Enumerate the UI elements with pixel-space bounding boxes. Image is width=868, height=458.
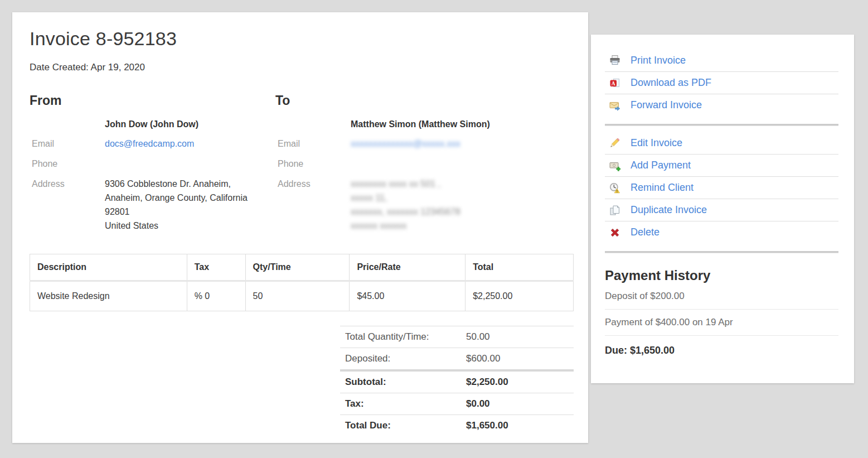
remind-client-button[interactable]: Remind Client (605, 176, 838, 199)
totals-summary: Total Quantity/Time: 50.00 Deposited: $6… (340, 326, 574, 436)
column-header-tax: Tax (187, 254, 245, 281)
action-label: Edit Invoice (631, 137, 682, 149)
to-address-line-blurred: xxxxxxxx xxxx xx 501 , (351, 179, 460, 190)
duplicate-pages-icon (609, 205, 622, 216)
group-divider (605, 251, 838, 253)
print-invoice-button[interactable]: Print Invoice (605, 49, 838, 71)
deposited-value: $600.00 (466, 353, 500, 364)
to-heading: To (275, 93, 574, 108)
subtotal-value: $2,250.00 (466, 377, 508, 388)
total-due-row: Total Due: $1,650.00 (340, 414, 574, 436)
action-label: Forward Invoice (631, 99, 702, 111)
to-email-label: Email (275, 138, 351, 150)
from-address-line: Anaheim, Orange County, California (105, 192, 248, 204)
from-email-link[interactable]: docs@freedcamp.com (105, 138, 194, 150)
to-address-line-blurred: xxxxxx xxxxxx (351, 220, 460, 232)
delete-x-icon (609, 227, 622, 238)
column-header-total: Total (465, 254, 574, 281)
forward-envelope-icon (609, 100, 622, 111)
tax-value: $0.00 (466, 398, 490, 409)
printer-icon (609, 55, 622, 66)
svg-text:A: A (612, 80, 615, 86)
pdf-icon: A (609, 78, 622, 89)
from-address-line: 9306 Cobblestone Dr. Anaheim, (105, 179, 248, 190)
payment-history-due: Due: $1,650.00 (605, 345, 838, 356)
item-qty-time: 50 (245, 281, 350, 311)
invoice-date-created: Date Created: Apr 19, 2020 (30, 62, 574, 73)
action-label: Duplicate Invoice (631, 204, 707, 216)
invoice-card: Invoice 8-952183 Date Created: Apr 19, 2… (12, 12, 588, 443)
add-payment-button[interactable]: Add Payment (605, 154, 838, 176)
column-header-qty-time: Qty/Time (245, 254, 350, 281)
delete-button[interactable]: Delete (605, 221, 838, 243)
item-price-rate: $45.00 (350, 281, 465, 311)
payment-history-heading: Payment History (605, 268, 838, 283)
from-heading: From (30, 93, 275, 108)
column-header-price-rate: Price/Rate (350, 254, 465, 281)
remind-clock-icon (609, 182, 622, 194)
action-label: Print Invoice (631, 55, 686, 66)
from-email-label: Email (30, 138, 105, 150)
column-header-description: Description (30, 254, 187, 281)
actions-panel: Print Invoice A Download as PDF Forward … (591, 35, 854, 383)
tax-label: Tax: (345, 398, 466, 409)
from-address-value: 9306 Cobblestone Dr. Anaheim, Anaheim, O… (105, 179, 248, 234)
total-quantity-label: Total Quantity/Time: (345, 331, 466, 343)
total-due-label: Total Due: (345, 420, 466, 431)
total-due-value: $1,650.00 (466, 420, 508, 431)
edit-invoice-button[interactable]: Edit Invoice (605, 132, 838, 154)
table-header-row: Description Tax Qty/Time Price/Rate Tota… (30, 254, 574, 281)
group-divider (605, 124, 838, 126)
from-name: John Dow (John Dow) (30, 119, 275, 129)
duplicate-invoice-button[interactable]: Duplicate Invoice (605, 199, 838, 221)
pencil-icon (609, 137, 622, 148)
subtotal-label: Subtotal: (345, 377, 466, 388)
to-address-blurred: xxxxxxxx xxxx xx 501 , xxxxx 11, xxxxxxx… (351, 179, 460, 234)
invoice-items-table: Description Tax Qty/Time Price/Rate Tota… (30, 254, 574, 311)
subtotal-row: Subtotal: $2,250.00 (340, 369, 574, 393)
to-address-label: Address (275, 179, 351, 234)
to-email-blurred: xxxxxxxxxxxxxx@xxxxx.xxx (351, 138, 460, 150)
from-address-line: 92801 (105, 206, 248, 218)
to-address-line-blurred: xxxxx 11, (351, 192, 460, 204)
to-phone-label: Phone (275, 158, 351, 170)
from-address-label: Address (30, 179, 105, 234)
from-address-line: United States (105, 220, 248, 232)
to-name: Matthew Simon (Matthew Simon) (275, 119, 574, 129)
action-label: Add Payment (631, 160, 691, 171)
payment-history-entry: Deposit of $200.00 (605, 283, 838, 310)
from-phone-label: Phone (30, 158, 105, 170)
item-tax: % 0 (187, 281, 245, 311)
parties-section: From John Dow (John Dow) Email docs@free… (30, 93, 574, 234)
action-label: Download as PDF (631, 77, 711, 89)
add-payment-icon (609, 160, 622, 171)
page-title: Invoice 8-952183 (30, 28, 574, 50)
item-description: Website Redesign (30, 281, 187, 311)
total-quantity-row: Total Quantity/Time: 50.00 (340, 326, 574, 348)
forward-invoice-button[interactable]: Forward Invoice (605, 94, 838, 116)
to-section: To Matthew Simon (Matthew Simon) Email x… (275, 93, 574, 234)
download-pdf-button[interactable]: A Download as PDF (605, 71, 838, 94)
tax-row: Tax: $0.00 (340, 393, 574, 414)
deposited-row: Deposited: $600.00 (340, 348, 574, 369)
to-address-line-blurred: xxxxxxx, xxxxxxx 12345678 (351, 206, 460, 218)
total-quantity-value: 50.00 (466, 331, 490, 343)
payment-history-entry: Payment of $400.00 on 19 Apr (605, 310, 838, 336)
deposited-label: Deposited: (345, 353, 466, 364)
action-label: Delete (631, 226, 660, 238)
from-section: From John Dow (John Dow) Email docs@free… (30, 93, 275, 234)
action-label: Remind Client (631, 182, 694, 194)
table-row: Website Redesign % 0 50 $45.00 $2,250.00 (30, 281, 574, 311)
item-total: $2,250.00 (465, 281, 574, 311)
